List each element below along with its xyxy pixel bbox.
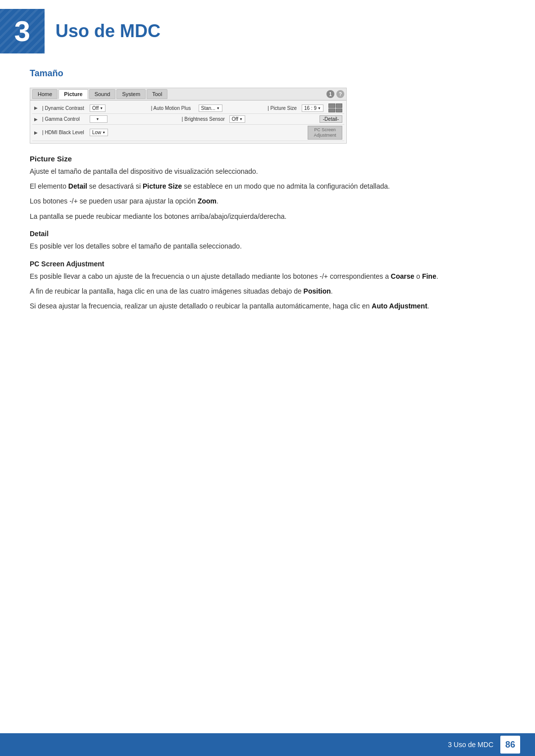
bold-detail: Detail xyxy=(68,182,87,190)
chapter-title: Uso de MDC xyxy=(55,21,160,42)
ui-row-3: ▶ | HDMI Black Level Low PC ScreenAdjust… xyxy=(32,125,344,141)
toolbar-right: 1 ? xyxy=(326,90,344,98)
bold-fine: Fine xyxy=(422,272,436,280)
tab-home[interactable]: Home xyxy=(32,89,57,99)
detail-heading: Detail xyxy=(30,230,505,238)
pc-screen-p3: Si desea ajustar la frecuencia, realizar… xyxy=(30,301,505,311)
pc-screen-block: PC ScreenAdjustment xyxy=(308,126,342,140)
ui-row-1: ▶ | Dynamic Contrast Off | Auto Motion P… xyxy=(32,102,344,114)
label-auto-motion-plus: | Auto Motion Plus xyxy=(151,105,196,111)
arrow-1[interactable]: ▶ xyxy=(34,105,39,110)
picture-size-heading: Picture Size xyxy=(30,154,505,163)
section-title: Tamaño xyxy=(30,68,505,79)
badge-1: 1 xyxy=(326,90,334,98)
arrow-2[interactable]: ▶ xyxy=(34,117,39,122)
pc-screen-p1: Es posible llevar a cabo un ajuste de la… xyxy=(30,271,505,282)
picture-size-p2: El elemento Detail se desactivará si Pic… xyxy=(30,181,505,192)
picture-size-p1: Ajuste el tamaño de pantalla del disposi… xyxy=(30,166,505,177)
picture-size-p3: Los botones -/+ se pueden usar para ajus… xyxy=(30,196,505,206)
select-auto-motion-plus[interactable]: Stan... xyxy=(199,104,222,112)
ui-row-2: ▶ | Gamma Control | Brightness Sensor Of… xyxy=(32,114,344,125)
bold-auto-adjustment: Auto Adjustment xyxy=(372,302,427,310)
main-content: Tamaño Home Picture Sound System Tool 1 … xyxy=(0,68,535,312)
pc-screen-heading: PC Screen Adjustment xyxy=(30,260,505,268)
select-dynamic-contrast[interactable]: Off xyxy=(90,104,106,112)
label-dynamic-contrast: | Dynamic Contrast xyxy=(42,105,87,111)
chapter-number: 3 xyxy=(14,17,30,46)
arrow-3[interactable]: ▶ xyxy=(34,130,39,135)
screen-grid-icon xyxy=(328,103,342,112)
picture-size-p4: La pantalla se puede reubicar mediante l… xyxy=(30,211,505,222)
page-header: 3 Uso de MDC xyxy=(0,0,535,53)
select-picture-size[interactable]: 16 : 9 xyxy=(302,104,323,112)
select-hdmi-black-level[interactable]: Low xyxy=(90,129,108,136)
label-gamma-control: | Gamma Control xyxy=(42,116,87,122)
bold-coarse: Coarse xyxy=(391,272,414,280)
ui-mockup: Home Picture Sound System Tool 1 ? ▶ | D… xyxy=(30,88,347,144)
toolbar: Home Picture Sound System Tool 1 ? xyxy=(30,88,346,101)
page-footer: 3 Uso de MDC 86 xyxy=(0,733,535,756)
footer-text: 3 Uso de MDC xyxy=(448,741,493,749)
page-number: 86 xyxy=(500,736,520,754)
label-hdmi-black-level: | HDMI Black Level xyxy=(42,130,87,135)
bold-position: Position xyxy=(304,287,331,295)
detail-button[interactable]: -Detail- xyxy=(320,115,342,123)
label-picture-size: | Picture Size xyxy=(268,105,297,111)
ui-body: ▶ | Dynamic Contrast Off | Auto Motion P… xyxy=(30,101,346,143)
bold-zoom: Zoom xyxy=(198,197,216,205)
tab-picture[interactable]: Picture xyxy=(58,89,88,99)
select-brightness-sensor[interactable]: Off xyxy=(229,115,245,123)
tab-tool[interactable]: Tool xyxy=(147,89,167,99)
help-button[interactable]: ? xyxy=(336,90,344,98)
tab-system[interactable]: System xyxy=(116,89,146,99)
chapter-block: 3 xyxy=(0,9,45,53)
tab-sound[interactable]: Sound xyxy=(89,89,116,99)
bold-picture-size: Picture Size xyxy=(143,182,182,190)
detail-p1: Es posible ver los detalles sobre el tam… xyxy=(30,241,505,252)
label-brightness-sensor: | Brightness Sensor xyxy=(182,116,226,122)
pc-screen-p2: A fin de reubicar la pantalla, haga clic… xyxy=(30,286,505,297)
select-gamma-control[interactable] xyxy=(90,115,107,123)
